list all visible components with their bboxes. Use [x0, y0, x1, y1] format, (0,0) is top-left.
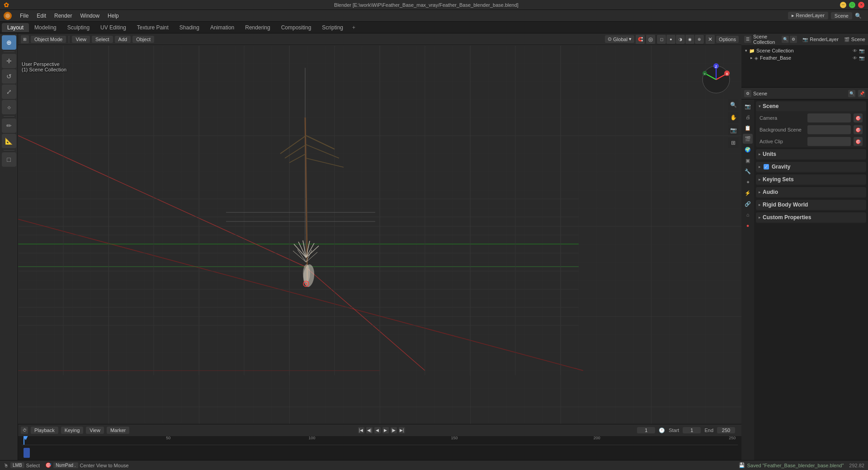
- tool-measure[interactable]: 📐: [2, 134, 16, 148]
- options-btn[interactable]: Options: [716, 36, 739, 43]
- tool-add-cube[interactable]: □: [2, 152, 16, 167]
- viewport-pan[interactable]: ✋: [728, 112, 739, 123]
- maximize-btn[interactable]: □: [849, 2, 855, 8]
- mode-selector[interactable]: Object Mode: [31, 36, 66, 43]
- material-btn[interactable]: ◑: [676, 35, 685, 44]
- background-scene-picker-btn[interactable]: 🎯: [854, 125, 863, 134]
- tab-animation[interactable]: Animation: [205, 23, 240, 32]
- tab-rendering[interactable]: Rendering: [240, 23, 275, 32]
- feather-camera-icon[interactable]: 📷: [859, 56, 864, 61]
- keying-sets-section-header[interactable]: ▸ Keying Sets: [756, 174, 866, 184]
- timeline-type-icon[interactable]: ⏱: [21, 427, 28, 434]
- audio-section-header[interactable]: ▸ Audio: [756, 187, 866, 197]
- properties-search-btn[interactable]: 🔍: [848, 90, 855, 97]
- prop-icon-output[interactable]: 🖨: [743, 112, 753, 122]
- wireframe-btn[interactable]: ◻: [657, 35, 666, 44]
- current-frame-input[interactable]: 1: [637, 427, 655, 433]
- menu-help[interactable]: Help: [104, 12, 123, 20]
- select-menu[interactable]: Select: [92, 36, 113, 43]
- next-keyframe-btn[interactable]: |▶: [391, 427, 397, 433]
- active-clip-value[interactable]: [807, 137, 851, 146]
- object-menu[interactable]: Object: [132, 36, 154, 43]
- timeline-keying-menu[interactable]: Keying: [61, 427, 84, 434]
- outliner-type-icon[interactable]: ☰: [744, 36, 751, 43]
- add-workspace-btn[interactable]: +: [349, 23, 359, 32]
- scene-section-header[interactable]: ▾ Scene: [756, 101, 866, 111]
- feather-eye-icon[interactable]: 👁: [853, 56, 857, 61]
- engine-selector[interactable]: ▸ RenderLayer: [788, 12, 828, 19]
- rigid-body-section-header[interactable]: ▸ Rigid Body World: [756, 200, 866, 210]
- timeline-view-menu[interactable]: View: [86, 427, 104, 434]
- play-btn[interactable]: ▶: [382, 427, 389, 433]
- outliner-options-btn[interactable]: ⚙: [790, 36, 797, 43]
- tool-move[interactable]: ✛: [2, 54, 16, 68]
- viewport-canvas[interactable]: User Perspective (1) Scene Collection Z: [18, 45, 741, 424]
- menu-edit[interactable]: Edit: [33, 12, 50, 20]
- tab-layout[interactable]: Layout: [2, 23, 29, 32]
- jump-end-btn[interactable]: ▶|: [399, 427, 405, 433]
- close-btn[interactable]: ✕: [858, 2, 864, 8]
- prop-icon-physics[interactable]: ⚡: [743, 188, 753, 198]
- tool-cursor[interactable]: ⊕: [2, 35, 16, 50]
- tool-annotate[interactable]: ✏: [2, 118, 16, 133]
- viewport-camera-view[interactable]: 📷: [728, 125, 739, 136]
- prop-icon-object[interactable]: ▣: [743, 155, 753, 165]
- prop-icon-data[interactable]: ⌂: [743, 210, 753, 220]
- prop-icon-modifier[interactable]: 🔧: [743, 166, 753, 176]
- prop-icon-viewlayer[interactable]: 📋: [743, 123, 753, 133]
- view-menu[interactable]: View: [72, 36, 90, 43]
- tab-sculpting[interactable]: Sculpting: [62, 23, 95, 32]
- add-menu[interactable]: Add: [115, 36, 131, 43]
- prop-icon-particles[interactable]: ✦: [743, 177, 753, 187]
- viewport-zoom-search[interactable]: 🔍: [728, 99, 739, 110]
- play-reverse-btn[interactable]: ◀: [374, 427, 381, 433]
- menu-render[interactable]: Render: [51, 12, 75, 20]
- proportional-btn[interactable]: ◎: [646, 35, 655, 44]
- properties-pin-btn[interactable]: 📌: [858, 90, 865, 97]
- outliner-row-feather[interactable]: ▸ ◈ Feather_Base 👁 📷: [741, 54, 868, 61]
- viewport-gizmo[interactable]: Z X Y: [698, 61, 734, 98]
- timeline-marker-menu[interactable]: Marker: [107, 427, 129, 434]
- start-frame-input[interactable]: 1: [683, 427, 701, 433]
- frame-1-marker[interactable]: [24, 448, 30, 458]
- custom-props-section-header[interactable]: ▸ Custom Properties: [756, 212, 866, 222]
- tab-texture-paint[interactable]: Texture Paint: [132, 23, 174, 32]
- camera-icon-outline[interactable]: 📷: [859, 48, 864, 53]
- tab-scripting[interactable]: Scripting: [316, 23, 349, 32]
- viewport-shading-selector[interactable]: ⊙ Global ▾: [605, 35, 634, 43]
- gravity-section-header[interactable]: ▸ ✓ Gravity: [756, 162, 866, 172]
- properties-type-icon[interactable]: ⚙: [744, 90, 751, 97]
- prop-icon-render[interactable]: 📷: [743, 101, 753, 111]
- overlay-btn[interactable]: ⊕: [695, 35, 704, 44]
- tool-rotate[interactable]: ↺: [2, 69, 16, 84]
- menu-window[interactable]: Window: [76, 12, 103, 20]
- minimize-btn[interactable]: ─: [840, 2, 846, 8]
- rendered-btn[interactable]: ◉: [685, 35, 694, 44]
- prop-icon-world[interactable]: 🌍: [743, 145, 753, 155]
- scene-selector[interactable]: Scene: [831, 12, 852, 19]
- viewport[interactable]: ⊞ Object Mode View Select Add Object ⊙ G…: [18, 33, 741, 424]
- tab-modeling[interactable]: Modeling: [29, 23, 62, 32]
- tab-uv-editing[interactable]: UV Editing: [95, 23, 132, 32]
- gravity-checkbox[interactable]: ✓: [764, 164, 769, 169]
- prop-icon-scene[interactable]: 🎬: [743, 134, 753, 144]
- search-btn[interactable]: 🔍: [855, 13, 862, 19]
- jump-start-btn[interactable]: |◀: [358, 427, 364, 433]
- tab-shading[interactable]: Shading: [174, 23, 205, 32]
- tool-transform[interactable]: ⟐: [2, 100, 16, 114]
- tab-compositing[interactable]: Compositing: [276, 23, 317, 32]
- camera-value[interactable]: [807, 113, 851, 122]
- solid-btn[interactable]: ●: [666, 35, 675, 44]
- prev-keyframe-btn[interactable]: ◀|: [366, 427, 373, 433]
- outliner-row-scene-collection[interactable]: ▾ 📁 Scene Collection 👁 📷: [741, 47, 868, 54]
- outliner-filter-btn[interactable]: 🔍: [782, 36, 789, 43]
- camera-picker-btn[interactable]: 🎯: [854, 113, 863, 122]
- background-scene-value[interactable]: [807, 125, 851, 134]
- viewport-perspective-toggle[interactable]: ⊞: [728, 137, 739, 148]
- active-clip-picker-btn[interactable]: 🎯: [854, 137, 863, 146]
- units-section-header[interactable]: ▸ Units: [756, 149, 866, 159]
- snap-btn[interactable]: 🧲: [636, 35, 645, 44]
- end-frame-input[interactable]: 250: [717, 427, 735, 433]
- eye-icon[interactable]: 👁: [853, 48, 857, 53]
- menu-file[interactable]: File: [16, 12, 32, 20]
